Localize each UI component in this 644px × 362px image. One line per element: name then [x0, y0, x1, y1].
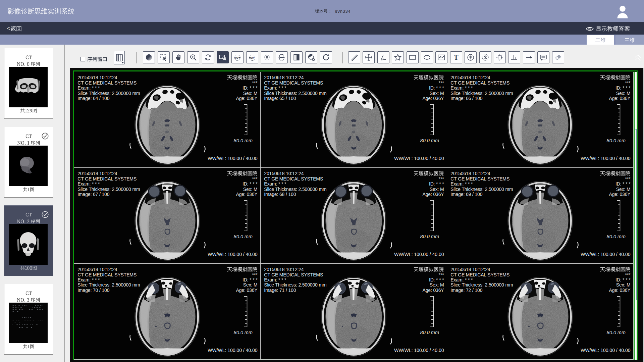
- svg-text:T: T: [454, 54, 459, 61]
- svg-text:90°: 90°: [251, 56, 255, 59]
- svg-text:90°: 90°: [235, 56, 239, 59]
